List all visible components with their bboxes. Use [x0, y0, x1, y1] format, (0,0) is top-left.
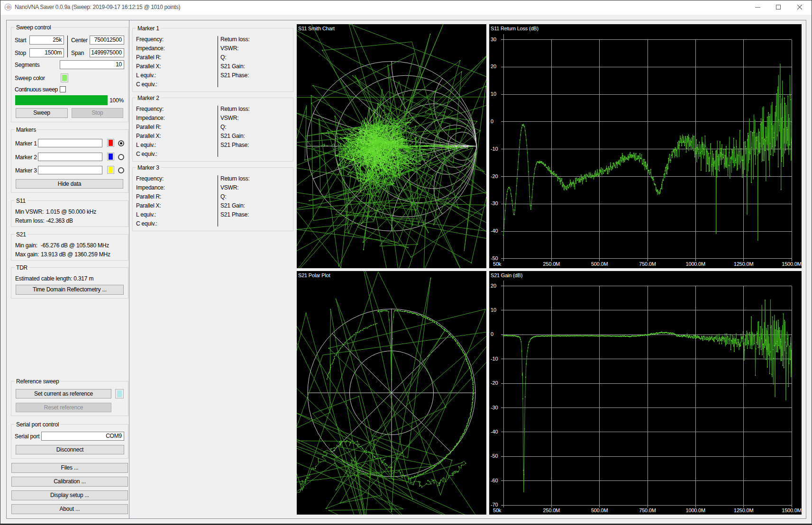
- svg-text:-50: -50: [491, 453, 498, 459]
- svg-text:-50: -50: [491, 255, 498, 261]
- svg-text:-30: -30: [491, 200, 498, 206]
- svg-text:S21 Gain (dB): S21 Gain (dB): [491, 272, 522, 278]
- svg-text:1000.0M: 1000.0M: [686, 261, 705, 267]
- svg-text:750.0M: 750.0M: [639, 261, 656, 267]
- svg-text:30: 30: [491, 36, 496, 42]
- svg-text:S11 Return Loss (dB): S11 Return Loss (dB): [491, 26, 538, 31]
- svg-text:S11 Smith Chart: S11 Smith Chart: [298, 26, 335, 31]
- svg-text:1500.0M: 1500.0M: [782, 261, 801, 267]
- svg-text:0: 0: [491, 331, 493, 337]
- svg-text:-20: -20: [491, 380, 498, 386]
- svg-text:10: 10: [491, 307, 496, 313]
- svg-text:-30: -30: [491, 405, 498, 410]
- svg-text:50k: 50k: [493, 261, 502, 267]
- svg-text:500.0M: 500.0M: [591, 261, 608, 267]
- svg-text:250.0M: 250.0M: [543, 261, 560, 267]
- svg-text:S21 Polar Plot: S21 Polar Plot: [298, 272, 330, 278]
- svg-text:10: 10: [491, 91, 496, 97]
- svg-text:-60: -60: [491, 478, 498, 483]
- svg-text:500.0M: 500.0M: [591, 507, 608, 513]
- svg-text:-70: -70: [491, 502, 498, 507]
- svg-text:50k: 50k: [493, 507, 502, 513]
- svg-text:1250.0M: 1250.0M: [734, 261, 753, 267]
- svg-text:20: 20: [491, 63, 496, 69]
- svg-text:-40: -40: [491, 228, 498, 234]
- svg-text:1500.0M: 1500.0M: [782, 507, 801, 513]
- svg-text:750.0M: 750.0M: [639, 507, 656, 513]
- svg-text:1250.0M: 1250.0M: [734, 507, 753, 513]
- svg-text:-40: -40: [491, 429, 498, 434]
- svg-text:1000.0M: 1000.0M: [686, 507, 705, 513]
- svg-text:-10: -10: [491, 146, 498, 152]
- svg-text:-10: -10: [491, 356, 498, 362]
- svg-text:20: 20: [491, 283, 496, 289]
- svg-text:250.0M: 250.0M: [543, 507, 560, 513]
- svg-text:0: 0: [491, 118, 493, 124]
- svg-text:-20: -20: [491, 173, 498, 179]
